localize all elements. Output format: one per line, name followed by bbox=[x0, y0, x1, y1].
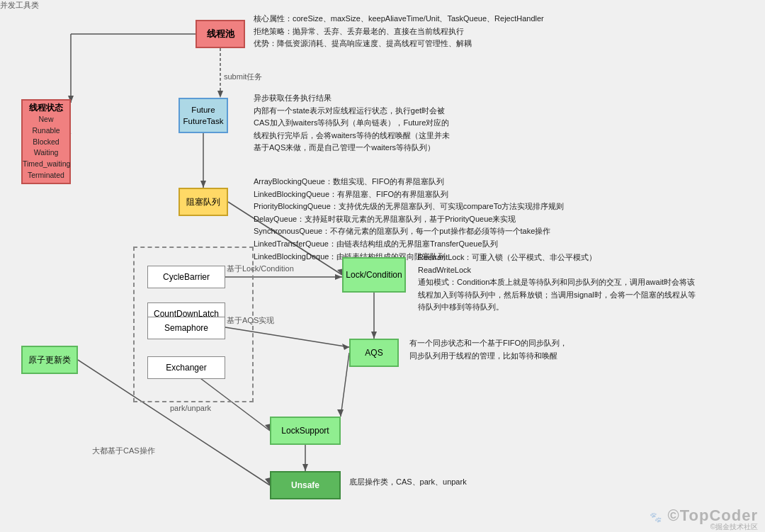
aqs-desc: 有一个同步状态和一个基于FIFO的同步队列， 同步队列用于线程的管理，比如等待和… bbox=[409, 337, 567, 362]
lockcondition-desc: ReetrantLock：可重入锁（公平模式、非公平模式） ReadWriteL… bbox=[418, 251, 696, 314]
unsafe-desc-text: 底层操作类，CAS、park、unpark bbox=[349, 477, 467, 486]
bq-l6: LinkedTransferQueue：由链表结构组成的无界阻塞Transfer… bbox=[254, 238, 564, 251]
diagram-container: submit任务 基于Lock/Condition 基于AQS实现 park/u… bbox=[0, 0, 765, 532]
lc-l4: 线程加入到等待队列中，然后释放锁；当调用signal时，会将一个阻塞的线程从等 bbox=[418, 289, 696, 302]
future-desc: 异步获取任务执行结果 内部有一个state表示对应线程运行状态，执行get时会被… bbox=[254, 92, 450, 154]
future-desc-l5: 基于AQS来做，而是自己管理一个waiters等待队列） bbox=[254, 142, 450, 154]
threadstate-label: 线程状态 bbox=[23, 102, 69, 114]
unsafe-label: Unsafe bbox=[291, 480, 319, 492]
svg-marker-20 bbox=[302, 464, 308, 471]
bq-l3: PriorityBlockingQueue：支持优先级的无界阻塞队列、可实现co… bbox=[254, 200, 564, 213]
threadpool-node: 线程池 bbox=[196, 20, 245, 48]
cas-label-text: 大都基于CAS操作 bbox=[92, 446, 155, 455]
threadpool-label: 线程池 bbox=[207, 28, 234, 40]
future-desc-l2: 内部有一个state表示对应线程运行状态，执行get时会被 bbox=[254, 105, 450, 118]
atomic-label: 原子更新类 bbox=[28, 354, 71, 366]
locksupport-label: LockSupport bbox=[281, 425, 329, 437]
unsafe-desc: 底层操作类，CAS、park、unpark bbox=[349, 476, 467, 489]
future-node: Future FutureTask bbox=[178, 98, 228, 133]
locksupport-node: LockSupport bbox=[270, 417, 341, 445]
bq-l4: DelayQueue：支持延时获取元素的无界阻塞队列，基于PriorityQue… bbox=[254, 213, 564, 226]
svg-marker-3 bbox=[200, 181, 206, 188]
bq-l1: ArrayBlockingQueue：数组实现、FIFO的有界阻塞队列 bbox=[254, 176, 564, 188]
aqs-l1: 有一个同步状态和一个基于FIFO的同步队列， bbox=[409, 337, 567, 350]
threadpool-desc-line1: 核心属性：coreSize、maxSize、keepAliaveTime/Uni… bbox=[254, 13, 544, 26]
lockcondition-node: Lock/Condition bbox=[342, 257, 406, 293]
future-desc-l1: 异步获取任务执行结果 bbox=[254, 92, 450, 105]
concurrent-tools-label: 并发工具类 bbox=[0, 0, 765, 11]
svg-marker-12 bbox=[342, 344, 349, 350]
svg-line-15 bbox=[341, 353, 349, 417]
svg-marker-10 bbox=[335, 274, 342, 280]
lc-l5: 待队列中移到等待队列。 bbox=[418, 301, 696, 314]
atomic-node: 原子更新类 bbox=[21, 346, 78, 374]
bq-l2: LinkedBlockingQueue：有界阻塞、FIFO的有界阻塞队列 bbox=[254, 188, 564, 201]
blockqueue-desc: ArrayBlockingQueue：数组实现、FIFO的有界阻塞队列 Link… bbox=[254, 176, 564, 263]
semaphore-label: Semaphore bbox=[164, 322, 208, 334]
aqs-l2: 同步队列用于线程的管理，比如等待和唤醒 bbox=[409, 350, 567, 363]
threadstate-node: 线程状态 New Runable Blocked Waiting Timed_w… bbox=[21, 99, 71, 184]
svg-marker-14 bbox=[371, 332, 377, 339]
aqs-node: AQS bbox=[349, 339, 399, 367]
threadpool-desc-line2: 拒绝策略：抛异常、丢弃、丢弃最老的、直接在当前线程执行 bbox=[254, 26, 544, 38]
future-desc-l4: 线程执行完毕后，会将waiters等待的线程唤醒（这里并未 bbox=[254, 130, 450, 142]
cyclebar-label: CycleBarrier bbox=[163, 271, 210, 283]
future-desc-l3: CAS加入到waiters等待队列（单向链表），Future对应的 bbox=[254, 117, 450, 130]
svg-marker-16 bbox=[337, 409, 344, 417]
future-label: Future FutureTask bbox=[183, 104, 224, 127]
exchanger-label: Exchanger bbox=[166, 362, 206, 374]
unsafe-node: Unsafe bbox=[270, 471, 341, 499]
threadstate-states: New Runable Blocked Waiting Timed_waitin… bbox=[23, 114, 69, 181]
lc-l1: ReetrantLock：可重入锁（公平模式、非公平模式） bbox=[418, 251, 696, 264]
blockqueue-node: 阻塞队列 bbox=[178, 188, 228, 216]
blockqueue-label: 阻塞队列 bbox=[186, 196, 220, 208]
lc-l2: ReadWriteLock bbox=[418, 264, 696, 277]
exchanger-node: Exchanger bbox=[147, 356, 225, 379]
svg-marker-1 bbox=[217, 91, 223, 98]
lc-l3: 通知模式：Condition本质上就是等待队列和同步队列的交互，调用await时… bbox=[418, 276, 696, 289]
watermark2: ©掘金技术社区 bbox=[710, 522, 758, 532]
threadpool-desc: 核心属性：coreSize、maxSize、keepAliaveTime/Uni… bbox=[254, 13, 544, 50]
submit-label-text: submit任务 bbox=[224, 72, 262, 81]
lockcondition-label: Lock/Condition bbox=[346, 269, 402, 281]
park-label-text: park/unpark bbox=[170, 404, 212, 412]
aqs-label: AQS bbox=[365, 347, 382, 359]
cyclebar-node: CycleBarrier bbox=[147, 266, 225, 288]
threadpool-desc-line3: 优势：降低资源消耗、提高响应速度、提高线程可管理性、解耦 bbox=[254, 38, 544, 50]
semaphore-node: Semaphore bbox=[147, 317, 225, 339]
bq-l5: SynchronousQueue：不存储元素的阻塞队列，每一个put操作都必须等… bbox=[254, 225, 564, 238]
